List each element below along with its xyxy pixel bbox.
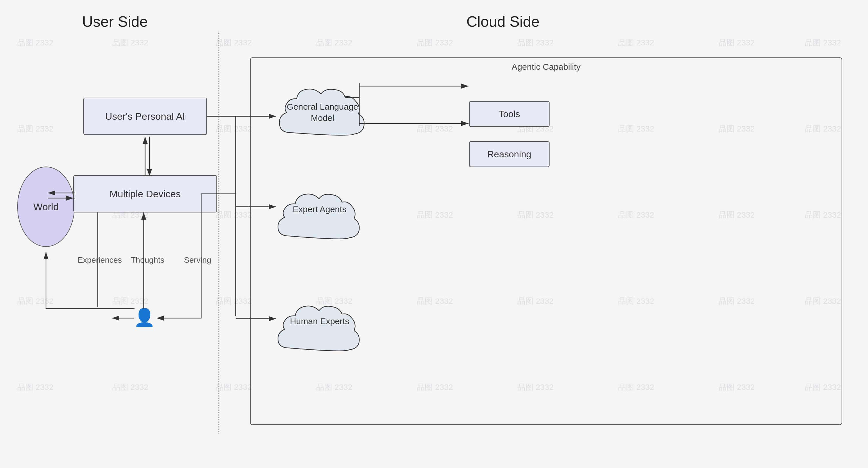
watermark: 品图 2332: [316, 37, 352, 48]
watermark: 品图 2332: [216, 37, 252, 48]
personal-ai-label: User's Personal AI: [105, 111, 185, 122]
watermark: 品图 2332: [112, 296, 148, 307]
watermark: 品图 2332: [618, 37, 654, 48]
cloud-side-title: Cloud Side: [402, 13, 603, 30]
expert-agents-label: Expert Agents: [279, 204, 360, 214]
watermark: 品图 2332: [718, 37, 755, 48]
world-node: World: [17, 167, 75, 247]
multiple-devices-label: Multiple Devices: [110, 188, 181, 200]
tools-label: Tools: [499, 109, 520, 120]
watermark: 品图 2332: [216, 124, 252, 134]
reasoning-label: Reasoning: [488, 149, 531, 160]
user-side-title: User Side: [29, 13, 201, 30]
tools-node: Tools: [469, 101, 550, 127]
thoughts-label: Thoughts: [131, 256, 164, 265]
watermark: 品图 2332: [17, 124, 54, 134]
watermark: 品图 2332: [417, 37, 453, 48]
reasoning-node: Reasoning: [469, 141, 550, 167]
watermark: 品图 2332: [216, 296, 252, 307]
diagram-container: 品图 2332 品图 2332 品图 2332 品图 2332 品图 2332 …: [0, 0, 868, 468]
expert-agents-cloud: Expert Agents: [274, 181, 366, 256]
watermark: 品图 2332: [216, 210, 252, 221]
multiple-devices-node: Multiple Devices: [73, 175, 217, 212]
section-divider: [218, 32, 219, 434]
human-experts-label: Human Experts: [279, 316, 360, 326]
cloud-side-box: Agentic Capability General Language Mode…: [250, 58, 842, 425]
watermark: 品图 2332: [112, 37, 148, 48]
watermark: 品图 2332: [216, 382, 252, 393]
world-label: World: [33, 201, 59, 212]
glm-cloud: General Language Model: [274, 75, 371, 156]
watermark: 品图 2332: [805, 37, 841, 48]
watermark: 品图 2332: [17, 296, 54, 307]
glm-label: General Language Model: [279, 101, 366, 124]
watermark: 品图 2332: [517, 37, 554, 48]
agentic-capability-label: Agentic Capability: [251, 62, 842, 72]
watermark: 品图 2332: [112, 382, 148, 393]
person-icon: 👤: [134, 307, 155, 328]
watermark: 品图 2332: [17, 37, 54, 48]
human-experts-cloud: Human Experts: [274, 294, 366, 368]
personal-ai-node: User's Personal AI: [83, 98, 207, 135]
experiences-label: Experiences: [78, 256, 122, 265]
watermark: 品图 2332: [17, 382, 54, 393]
serving-label: Serving: [184, 256, 211, 265]
